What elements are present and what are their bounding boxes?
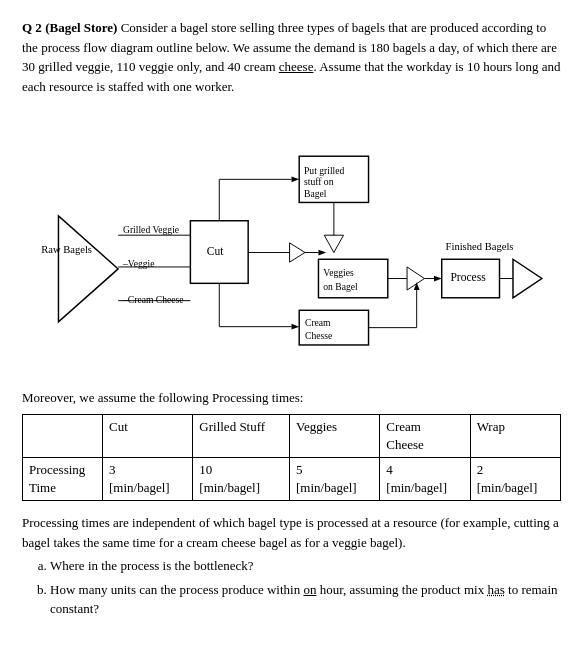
put-grilled-label: Put grilled (304, 165, 345, 176)
diagram-svg: Raw Bagels Grilled Veggie –Veggie –Cream… (22, 110, 561, 370)
bottom-text-section: Processing times are independent of whic… (22, 513, 561, 619)
cell-cut: 3[min/bagel] (103, 457, 193, 500)
col-header-veggies: Veggies (290, 414, 380, 457)
finished-bagels-label: Finished Bagels (446, 241, 514, 252)
cut-label: Cut (207, 245, 224, 257)
question-store-label: (Bagel Store) (45, 20, 117, 35)
svg-marker-9 (290, 243, 305, 262)
row-label-processing: ProcessingTime (23, 457, 103, 500)
has-dotted-underline: has (487, 582, 504, 597)
cheese-underline: cheese (279, 59, 314, 74)
processing-times-table: Cut Grilled Stuff Veggies CreamCheese Wr… (22, 414, 561, 502)
processing-times-note: Processing times are independent of whic… (22, 513, 561, 552)
question-text: Q 2 (Bagel Store) Consider a bagel store… (22, 18, 561, 96)
col-header-empty (23, 414, 103, 457)
col-header-cream: CreamCheese (380, 414, 470, 457)
question-block: Q 2 (Bagel Store) Consider a bagel store… (22, 18, 561, 96)
question-a: Where in the process is the bottleneck? (50, 556, 561, 576)
cream-chesse-label: Cream (305, 317, 331, 328)
svg-marker-11 (318, 250, 326, 256)
questions-list: Where in the process is the bottleneck? … (50, 556, 561, 619)
question-b: How many units can the process produce w… (50, 580, 561, 619)
col-header-wrap: Wrap (470, 414, 560, 457)
table-section: Moreover, we assume the following Proces… (22, 388, 561, 501)
put-grilled-label3: Bagel (304, 188, 327, 199)
svg-marker-30 (513, 259, 542, 298)
svg-marker-14 (292, 324, 300, 330)
table-label: Moreover, we assume the following Proces… (22, 388, 561, 408)
question-number: Q 2 (22, 20, 42, 35)
put-grilled-label2: stuff on (304, 176, 334, 187)
on-underline: on (303, 582, 316, 597)
svg-marker-0 (58, 216, 118, 322)
raw-bagels-label: Raw Bagels (41, 244, 92, 255)
process-label: Process (450, 271, 486, 283)
table-header-row: Cut Grilled Stuff Veggies CreamCheese Wr… (23, 414, 561, 457)
svg-marker-24 (434, 276, 442, 282)
cell-wrap: 2[min/bagel] (470, 457, 560, 500)
grilled-veggie-label: Grilled Veggie (123, 224, 179, 235)
cell-veggies: 5[min/bagel] (290, 457, 380, 500)
cell-cream: 4[min/bagel] (380, 457, 470, 500)
veggies-label2: on Bagel (323, 281, 358, 292)
veggies-label: Veggies (323, 267, 354, 278)
table-data-row: ProcessingTime 3[min/bagel] 10[min/bagel… (23, 457, 561, 500)
cream-chesse-label2: Chesse (305, 330, 332, 341)
col-header-grilled: Grilled Stuff (193, 414, 290, 457)
col-header-cut: Cut (103, 414, 193, 457)
svg-marker-18 (324, 235, 343, 252)
process-flow-diagram: Raw Bagels Grilled Veggie –Veggie –Cream… (22, 110, 561, 370)
svg-marker-7 (292, 176, 300, 182)
cream-cheese-label: –Cream Cheese (122, 294, 184, 305)
cell-grilled: 10[min/bagel] (193, 457, 290, 500)
